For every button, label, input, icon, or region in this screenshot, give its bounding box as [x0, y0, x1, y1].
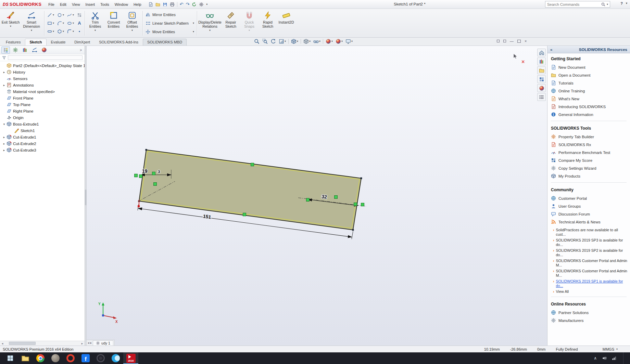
search-commands-box[interactable]: ▾ — [545, 1, 610, 8]
zoom-to-area-button[interactable] — [261, 38, 269, 44]
view-all-link[interactable]: ›View All — [553, 289, 627, 294]
discussion-forum-link[interactable]: Discussion Forum — [551, 210, 627, 218]
featuremanager-tree-tab[interactable] — [1, 47, 10, 54]
performance-benchmark-link[interactable]: Performance Benchmark Test — [551, 148, 627, 156]
file-explorer-icon[interactable] — [18, 352, 33, 364]
user-groups-link[interactable]: User Groups — [551, 202, 627, 210]
new-document-link[interactable]: New Document — [551, 63, 627, 71]
home-tab[interactable] — [537, 49, 546, 56]
configuration-manager-tab[interactable] — [21, 47, 29, 54]
move-entities-button[interactable]: Move Entities ▾ — [146, 29, 194, 34]
options-caret-icon[interactable]: ▾ — [206, 3, 207, 6]
menu-file[interactable]: File — [46, 1, 57, 8]
dimension-3-label[interactable]: 3 — [158, 170, 160, 174]
tabs-scroll-right-icon[interactable]: ▸ — [90, 341, 92, 344]
dimension-32-label[interactable]: 32 — [321, 194, 327, 200]
general-information-link[interactable]: General Information — [551, 110, 627, 118]
view-palette-tab[interactable] — [537, 75, 546, 83]
solidworks-rx-link[interactable]: SOLIDWORKS Rx — [551, 141, 627, 148]
browser-icon[interactable] — [108, 352, 123, 364]
tree-item-origin[interactable]: Origin — [0, 114, 85, 121]
polygon-tool[interactable]: ▾ — [56, 28, 65, 35]
tree-item-top-plane[interactable]: Top Plane — [0, 101, 85, 108]
new-document-icon[interactable] — [148, 2, 153, 7]
apply-scene-button[interactable]: ▾ — [335, 38, 344, 44]
help-icon[interactable]: ? — [620, 1, 623, 5]
slot-tool[interactable]: ▾ — [46, 28, 55, 35]
restore-icon[interactable] — [517, 40, 521, 43]
chrome-icon[interactable] — [33, 352, 48, 364]
partner-solutions-link[interactable]: Partner Solutions — [551, 309, 627, 316]
fillet-tool[interactable]: ▾ — [66, 28, 75, 35]
display-style-button[interactable]: ▾ — [302, 38, 312, 44]
ellipse-tool[interactable]: ▾ — [66, 20, 75, 26]
tab-sketch[interactable]: Sketch — [25, 39, 46, 46]
menu-tools[interactable]: Tools — [98, 1, 112, 8]
menu-view[interactable]: View — [69, 1, 83, 8]
news-item[interactable]: ›SOLIDWORKS 2019 SP2 is available for do… — [553, 248, 627, 258]
open-icon[interactable] — [155, 2, 160, 7]
search-input[interactable] — [547, 2, 600, 6]
news-item[interactable]: ›SOLIDWORKS Customer Portal and Admin M.… — [553, 259, 627, 268]
property-tab-builder-link[interactable]: Property Tab Builder — [551, 133, 627, 141]
help-caret-icon[interactable]: ▾ — [626, 2, 627, 5]
tree-item-cut-extrude1[interactable]: ▸ Cut-Extrude1 — [0, 134, 85, 140]
collapse-pane-icon[interactable]: « — [550, 48, 552, 52]
options-gear-icon[interactable] — [199, 2, 204, 7]
tutorials-link[interactable]: Tutorials — [551, 79, 627, 87]
tree-item-cut-extrude3[interactable]: ▸ Cut-Extrude3 — [0, 147, 85, 153]
sketch-canvas[interactable]: 151 32 19 3 — [87, 46, 547, 346]
tree-item-annotations[interactable]: ▸ Annotations — [0, 82, 85, 88]
manufacturers-link[interactable]: Manufacturers — [551, 316, 627, 324]
tree-root-part[interactable]: Part2 (Default<<Default>_Display State 1… — [0, 62, 85, 69]
news-item[interactable]: ›SOLIDWORKS Customer Portal and Admin M.… — [553, 269, 627, 278]
solidworks-taskbar-icon[interactable]: 2016 — [123, 352, 138, 364]
camera-lens-icon[interactable] — [93, 352, 108, 364]
hide-show-items-button[interactable]: ▾ — [312, 38, 322, 44]
tabs-scroll-left-icon[interactable]: ◂ — [88, 341, 89, 344]
technical-alerts-link[interactable]: Technical Alerts & News — [551, 218, 627, 226]
news-item[interactable]: ›SolidPractices are now available to all… — [553, 228, 627, 237]
rectangle-tool[interactable]: ▾ — [46, 20, 55, 26]
view-orientation-button[interactable]: ▾ — [290, 38, 299, 44]
tree-item-boss-extrude1[interactable]: ▾ Boss-Extrude1 — [0, 121, 85, 127]
panel-expand-icon[interactable]: > — [78, 48, 83, 52]
sketch-pattern-tool[interactable] — [76, 12, 83, 18]
save-icon[interactable] — [163, 2, 167, 7]
tree-item-history[interactable]: ▸ History — [0, 69, 85, 75]
edit-appearance-button[interactable]: ▾ — [325, 38, 334, 44]
tab-features[interactable]: Features — [1, 39, 25, 46]
start-button[interactable] — [3, 352, 18, 364]
tile-window-icon[interactable] — [503, 40, 506, 42]
trim-entities-button[interactable]: Trim Entities ▾ — [86, 10, 104, 37]
redo-icon[interactable]: ↷ — [186, 2, 189, 6]
tab-solidworks-addins[interactable]: SOLIDWORKS Add-Ins — [94, 39, 143, 46]
instant2d-button[interactable]: Instant2D — [277, 10, 295, 37]
menu-edit[interactable]: Edit — [57, 1, 69, 8]
exit-sketch-button[interactable]: Exit Sketch ▾ — [1, 10, 20, 37]
gimp-icon[interactable] — [48, 352, 63, 364]
tree-item-sketch1[interactable]: Sketch1 — [0, 127, 85, 134]
previous-view-button[interactable] — [269, 38, 277, 44]
opera-icon[interactable] — [63, 352, 78, 364]
dimension-151-label[interactable]: 151 — [203, 213, 211, 220]
display-manager-tab[interactable] — [40, 47, 48, 54]
sketch-face[interactable] — [139, 150, 361, 230]
tab-evaluate[interactable]: Evaluate — [47, 39, 70, 46]
introducing-solidworks-link[interactable]: Introducing SOLIDWORKS — [551, 103, 627, 110]
custom-properties-tab[interactable] — [537, 93, 546, 101]
tree-item-right-plane[interactable]: Right Plane — [0, 108, 85, 114]
display-delete-relations-button[interactable]: Display/Delete Relations ▾ — [198, 10, 222, 37]
news-item[interactable]: ›SOLIDWORKS 2019 SP3 is available for do… — [553, 238, 627, 247]
tab-solidworks-mbd[interactable]: SOLIDWORKS MBD — [143, 39, 187, 46]
motion-study-tab[interactable]: udy 1 — [93, 340, 113, 346]
minimize-icon[interactable]: — — [510, 39, 514, 43]
whats-new-link[interactable]: What's New — [551, 95, 627, 103]
line-tool[interactable]: ▾ — [46, 12, 55, 18]
smart-dimension-button[interactable]: Smart Dimension ▾ — [20, 10, 43, 37]
filter-funnel-icon[interactable] — [2, 56, 6, 60]
offset-entities-button[interactable]: Offset Entities ▾ — [123, 10, 141, 37]
show-desktop-button[interactable] — [623, 352, 625, 364]
mirror-entities-button[interactable]: Mirror Entities — [146, 12, 194, 17]
tray-expand-icon[interactable]: ∧ — [594, 356, 597, 361]
